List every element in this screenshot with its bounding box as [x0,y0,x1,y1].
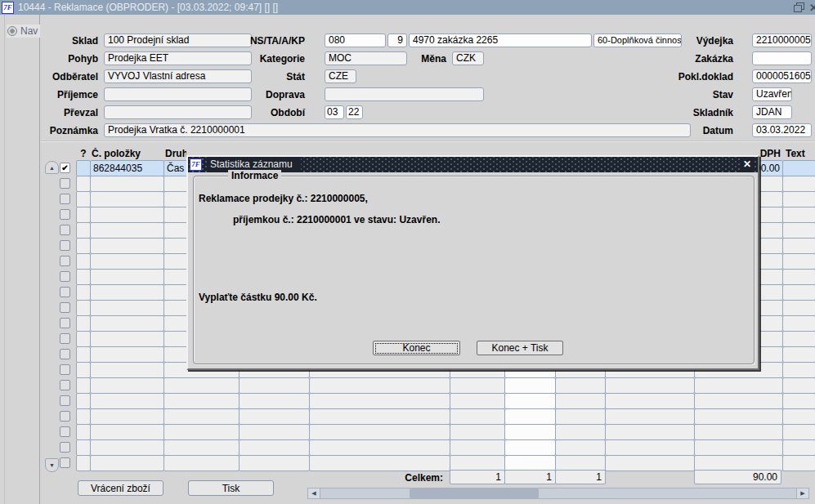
table-cell[interactable] [504,439,556,456]
table-cell[interactable] [782,191,815,207]
table-cell[interactable] [309,424,450,440]
table-cell[interactable] [694,424,783,440]
table-cell[interactable] [90,331,164,347]
table-cell[interactable] [782,346,815,363]
scroll-down-icon[interactable]: ▼ [45,458,59,472]
table-cell[interactable] [90,191,164,207]
table-cell[interactable] [163,439,240,456]
row-checkbox[interactable] [60,178,70,189]
row-checkbox[interactable] [60,349,70,359]
table-cell[interactable]: 862844035 [90,160,164,176]
row-checkbox[interactable] [60,209,70,220]
table-cell[interactable] [309,377,450,394]
table-cell[interactable] [694,455,783,471]
row-checkbox[interactable] [60,302,70,313]
mena-field[interactable]: CZK [452,51,484,65]
table-cell[interactable] [450,377,505,394]
table-cell[interactable] [76,238,91,254]
row-checkbox[interactable] [60,240,70,251]
row-checkbox[interactable] [60,333,70,344]
window-titlebar[interactable]: 7F 10444 - Reklamace (OBPRODER) - [03.03… [0,0,815,15]
table-cell[interactable] [504,393,556,409]
vraceni-zbozi-button[interactable]: Vrácení zboží [78,480,163,496]
ns-field-1[interactable]: 080 [325,33,386,47]
stat-field[interactable]: CZE [325,69,356,83]
table-cell[interactable] [76,300,91,316]
doprava-field[interactable] [325,87,484,101]
table-cell[interactable] [309,439,450,456]
table-cell[interactable] [239,393,310,409]
table-cell[interactable] [163,424,240,440]
table-cell[interactable] [782,207,815,223]
table-cell[interactable] [782,284,815,301]
row-checkbox[interactable] [60,271,70,282]
table-cell[interactable] [90,393,164,409]
table-cell[interactable] [90,346,164,363]
table-cell[interactable] [90,362,164,378]
close-icon[interactable]: ✕ [809,1,815,16]
table-cell[interactable] [782,362,815,378]
table-cell[interactable] [90,207,164,223]
row-checkbox[interactable] [60,194,70,204]
table-cell[interactable] [76,393,91,409]
obdobi-field-year[interactable]: 22 [346,105,363,119]
table-cell[interactable] [504,408,556,425]
table-cell[interactable] [90,176,164,192]
obdobi-field-month[interactable]: 03 [325,105,344,119]
table-cell[interactable] [605,408,695,425]
scrollbar-thumb[interactable] [410,488,539,498]
table-cell[interactable] [450,455,505,471]
stav-field[interactable]: Uzavřen [752,87,792,101]
close-icon[interactable]: ✕ [741,157,753,172]
kategorie-field[interactable]: MOC [325,51,407,65]
table-cell[interactable] [782,222,815,239]
table-cell[interactable] [782,253,815,270]
table-cell[interactable] [782,300,815,316]
restore-icon[interactable] [794,2,805,12]
table-cell[interactable] [605,424,695,440]
row-checkbox[interactable]: ✔ [60,163,70,173]
scroll-up-icon[interactable]: ▲ [45,161,59,174]
table-cell[interactable] [90,408,164,425]
table-cell[interactable] [76,346,91,363]
table-cell[interactable] [76,439,91,456]
poznamka-field[interactable]: Prodejka Vratka č. 2210000001 [104,123,691,137]
table-cell[interactable] [76,222,91,239]
datum-field[interactable]: 03.03.2022 [752,123,812,137]
table-cell[interactable] [90,238,164,254]
table-cell[interactable] [555,408,606,425]
table-cell[interactable] [309,408,450,425]
table-cell[interactable] [76,377,91,394]
ns-field-3[interactable]: 4970 zakázka 2265 [409,33,592,47]
table-cell[interactable] [309,455,450,471]
table-cell[interactable] [782,424,815,440]
row-checkbox[interactable] [60,287,70,297]
table-cell[interactable] [782,455,815,471]
table-cell[interactable] [555,393,606,409]
scroll-right-icon[interactable]: ▶ [796,488,808,498]
table-cell[interactable] [90,377,164,394]
pokldoklad-field[interactable]: 0000051605 [752,69,812,83]
table-cell[interactable] [76,160,91,176]
table-cell[interactable] [90,424,164,440]
table-cell[interactable] [90,253,164,270]
table-cell[interactable] [782,408,815,425]
table-cell[interactable] [309,393,450,409]
table-cell[interactable] [76,191,91,207]
table-cell[interactable] [782,176,815,192]
table-cell[interactable] [782,331,815,347]
table-cell[interactable] [782,393,815,409]
table-cell[interactable] [163,408,240,425]
table-cell[interactable] [76,176,91,192]
table-cell[interactable] [782,439,815,456]
table-cell[interactable] [76,408,91,425]
table-cell[interactable] [782,238,815,254]
table-cell[interactable] [450,424,505,440]
vydejka-field[interactable]: 2210000005 [752,33,812,47]
table-cell[interactable] [450,393,505,409]
table-cell[interactable] [504,424,556,440]
table-cell[interactable] [90,455,164,471]
table-cell[interactable] [76,284,91,301]
table-cell[interactable] [163,455,240,471]
table-cell[interactable] [782,377,815,394]
